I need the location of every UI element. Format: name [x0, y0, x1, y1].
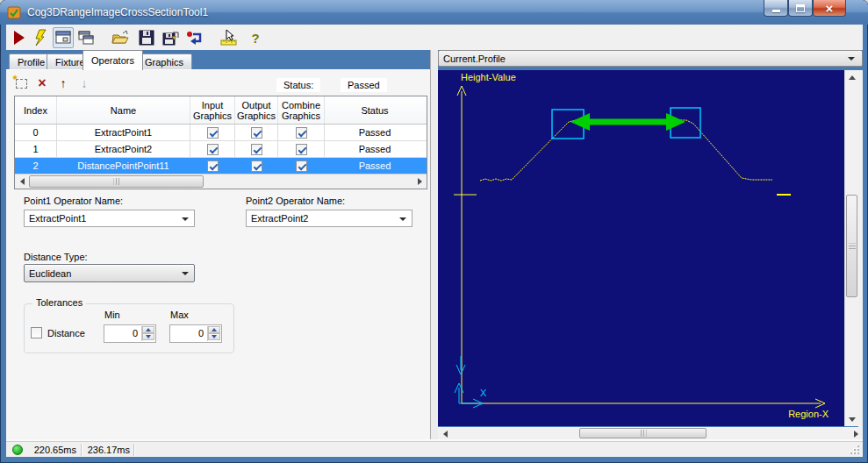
scrollbar-thumb[interactable]: [579, 428, 707, 438]
col-index[interactable]: Index: [15, 96, 57, 124]
chevron-down-icon: [182, 272, 189, 275]
move-down-icon: ↓: [82, 76, 88, 90]
tolerances-groupbox: Tolerances Min Max Distance 0 0: [24, 303, 234, 353]
float-image-display-button[interactable]: [75, 27, 97, 48]
add-operator-icon: [16, 79, 27, 89]
open-icon: [111, 30, 130, 46]
open-button[interactable]: [110, 27, 131, 48]
reset-button[interactable]: [184, 27, 205, 48]
spin-up-icon[interactable]: [142, 326, 154, 333]
save-button[interactable]: [136, 27, 157, 48]
electric-run-icon: [32, 29, 50, 46]
table-header: Index Name Input Graphics Output Graphic…: [15, 96, 427, 125]
scrollbar-thumb[interactable]: [29, 175, 204, 188]
save-as-button[interactable]: [161, 27, 182, 48]
output-graphics-checkbox[interactable]: [251, 144, 262, 155]
output-graphics-checkbox[interactable]: [251, 160, 262, 172]
combine-graphics-checkbox[interactable]: [296, 127, 307, 139]
col-input-graphics[interactable]: Input Graphics: [190, 96, 235, 124]
col-name[interactable]: Name: [57, 96, 190, 124]
distance-checkbox-label: Distance: [47, 328, 85, 338]
close-button[interactable]: ×: [813, 0, 846, 17]
operators-table: Index Name Input Graphics Output Graphic…: [14, 96, 427, 189]
output-graphics-checkbox[interactable]: [251, 127, 262, 139]
table-horizontal-scrollbar[interactable]: [15, 174, 427, 189]
operator-list-toolbar: × ↑ ↓ Status: Passed: [6, 75, 430, 96]
chevron-down-icon: [182, 217, 189, 221]
tool-window: Cog3DRangeImageCrossSectionTool1 ×: [0, 0, 868, 463]
pointer-ruler-button[interactable]: [219, 27, 240, 48]
y-axis-label: Height-Value: [461, 72, 516, 82]
scroll-right-icon[interactable]: [412, 175, 427, 189]
save-as-icon: [162, 30, 180, 46]
close-icon: ×: [826, 1, 834, 16]
float-image-display-icon: [77, 30, 95, 46]
display-horizontal-scrollbar[interactable]: [438, 427, 863, 440]
col-combine-graphics[interactable]: Combine Graphics: [278, 96, 325, 124]
status-value: Passed: [341, 78, 387, 92]
titlebar[interactable]: Cog3DRangeImageCrossSectionTool1 ×: [0, 0, 868, 25]
image-display-button[interactable]: [53, 27, 74, 48]
scroll-up-icon[interactable]: [845, 70, 859, 84]
statusbar: 220.65ms 236.17ms: [6, 441, 863, 457]
spin-down-icon[interactable]: [208, 333, 220, 340]
combine-graphics-checkbox[interactable]: [296, 160, 307, 172]
scroll-left-icon[interactable]: [15, 175, 29, 189]
help-button[interactable]: ?: [245, 27, 266, 48]
scroll-down-icon[interactable]: [845, 412, 859, 426]
chevron-down-icon: [848, 57, 855, 61]
help-icon: ?: [251, 31, 259, 46]
total-time: 236.17ms: [86, 445, 130, 455]
image-display-icon: [54, 30, 72, 46]
point2-operator-label: Point2 Operator Name:: [246, 196, 345, 206]
delete-operator-button[interactable]: ×: [33, 75, 51, 92]
maximize-button[interactable]: [788, 0, 813, 17]
minimize-icon: [772, 10, 780, 12]
main-toolbar: ?: [6, 25, 863, 50]
add-operator-button[interactable]: [12, 75, 30, 92]
move-up-icon: ↑: [61, 76, 67, 90]
tolerances-title: Tolerances: [32, 297, 86, 308]
input-graphics-checkbox[interactable]: [207, 160, 219, 172]
distance-type-combo[interactable]: Euclidean: [24, 264, 195, 282]
col-output-graphics[interactable]: Output Graphics: [235, 96, 278, 124]
move-down-button[interactable]: ↓: [75, 75, 93, 92]
col-status[interactable]: Status: [325, 96, 425, 124]
scrollbar-thumb[interactable]: [846, 195, 857, 297]
input-graphics-checkbox[interactable]: [207, 127, 219, 139]
table-row[interactable]: 2 DistancePointPoint11 Passed: [15, 158, 427, 175]
maximize-icon: [796, 4, 805, 12]
execution-time: 220.65ms: [31, 445, 76, 455]
operators-tab-page: × ↑ ↓ Status: Passed Index Name Input Gr…: [6, 69, 430, 439]
region-x-axis-label: X: [480, 388, 486, 398]
point2-operator-combo[interactable]: ExtractPoint2: [246, 210, 412, 227]
table-row[interactable]: 0 ExtractPoint1 Passed: [15, 125, 427, 141]
display-vertical-scrollbar[interactable]: [844, 70, 858, 426]
run-status-dot: [12, 445, 23, 455]
scroll-left-icon[interactable]: [438, 427, 452, 441]
delete-operator-icon: ×: [38, 77, 46, 89]
panel-splitter[interactable]: [430, 50, 438, 439]
x-axis-label: Region-X: [788, 409, 829, 419]
input-graphics-checkbox[interactable]: [207, 144, 219, 155]
resize-grip[interactable]: [850, 445, 859, 454]
tab-graphics[interactable]: Graphics: [136, 53, 192, 70]
max-spinner[interactable]: 0: [169, 324, 222, 343]
table-row[interactable]: 1 ExtractPoint2 Passed: [15, 141, 427, 158]
combine-graphics-checkbox[interactable]: [296, 144, 307, 155]
profile-display[interactable]: Height-Value Region-X X: [438, 70, 844, 426]
tab-operators[interactable]: Operators: [82, 50, 143, 70]
spin-up-icon[interactable]: [208, 326, 220, 333]
point1-operator-combo[interactable]: ExtractPoint1: [24, 210, 195, 227]
reset-icon: [186, 30, 204, 46]
window-title: Cog3DRangeImageCrossSectionTool1: [27, 6, 208, 18]
record-selector-combo[interactable]: Current.Profile: [438, 50, 863, 67]
min-spinner[interactable]: 0: [104, 324, 156, 343]
spin-down-icon[interactable]: [142, 333, 154, 340]
run-button[interactable]: [9, 27, 30, 48]
distance-checkbox[interactable]: [31, 327, 42, 338]
move-up-button[interactable]: ↑: [54, 75, 72, 92]
minimize-button[interactable]: [764, 0, 788, 17]
electric-run-button[interactable]: [31, 27, 52, 48]
save-icon: [139, 30, 154, 46]
